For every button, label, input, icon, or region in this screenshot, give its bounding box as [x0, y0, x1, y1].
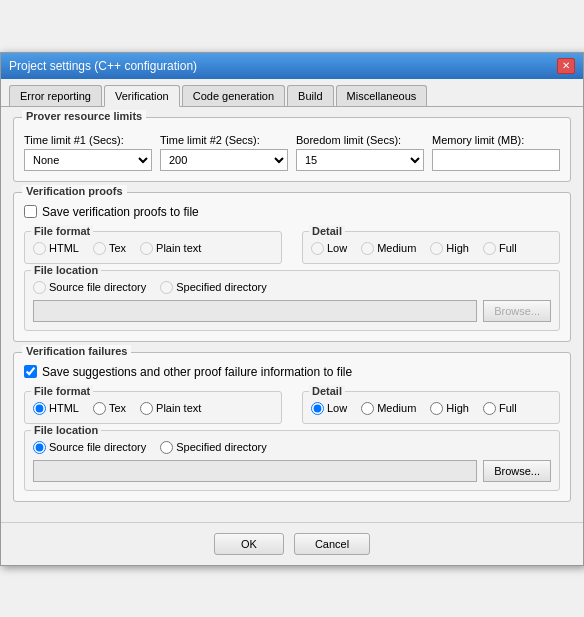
proofs-format-plain-radio[interactable]: [140, 242, 153, 255]
tab-code-generation[interactable]: Code generation: [182, 85, 285, 106]
time-limit1-select[interactable]: None 10 30 60: [24, 149, 152, 171]
verification-proofs-title: Verification proofs: [22, 185, 127, 197]
proofs-detail-full-radio[interactable]: [483, 242, 496, 255]
proofs-location-specified-radio[interactable]: [160, 281, 173, 294]
failures-format-html: HTML: [33, 402, 79, 415]
failures-browse-button[interactable]: Browse...: [483, 460, 551, 482]
proofs-file-location-section: File location Source file directory Spec…: [24, 270, 560, 331]
proofs-path-input[interactable]: C:\Projects\Proof: [33, 300, 477, 322]
failures-detail-section: Detail Low Medium High: [302, 391, 560, 424]
proofs-location-source-radio[interactable]: [33, 281, 46, 294]
failures-detail-full: Full: [483, 402, 517, 415]
boredom-limit-label: Boredom limit (Secs):: [296, 134, 424, 146]
time-limit2-field: Time limit #2 (Secs): 200 100 300: [160, 134, 288, 171]
proofs-checkbox[interactable]: [24, 205, 37, 218]
tab-verification[interactable]: Verification: [104, 85, 180, 107]
memory-limit-field: Memory limit (MB): 700: [432, 134, 560, 171]
proofs-file-format-section: File format HTML Tex Plain text: [24, 231, 282, 264]
failures-detail-label: Detail: [309, 385, 345, 397]
prover-resource-limits-section: Prover resource limits Time limit #1 (Se…: [13, 117, 571, 182]
proofs-path-row: C:\Projects\Proof Browse...: [33, 300, 551, 322]
failures-format-plain-radio[interactable]: [140, 402, 153, 415]
failures-location-row: Source file directory Specified director…: [33, 441, 551, 454]
proofs-detail-low: Low: [311, 242, 347, 255]
tab-miscellaneous[interactable]: Miscellaneous: [336, 85, 428, 106]
proofs-format-detail-row: File format HTML Tex Plain text: [24, 225, 560, 264]
memory-limit-input[interactable]: 700: [432, 149, 560, 171]
failures-format-detail-row: File format HTML Tex Plain text: [24, 385, 560, 424]
failures-checkbox-label: Save suggestions and other proof failure…: [42, 365, 352, 379]
time-limit2-select[interactable]: 200 100 300: [160, 149, 288, 171]
proofs-detail-medium-radio[interactable]: [361, 242, 374, 255]
proofs-detail-high: High: [430, 242, 469, 255]
failures-format-tex: Tex: [93, 402, 126, 415]
proofs-detail-high-radio[interactable]: [430, 242, 443, 255]
verification-failures-section: Verification failures Save suggestions a…: [13, 352, 571, 502]
failures-format-plain: Plain text: [140, 402, 201, 415]
failures-file-format-section: File format HTML Tex Plain text: [24, 391, 282, 424]
close-button[interactable]: ✕: [557, 58, 575, 74]
failures-detail-low-radio[interactable]: [311, 402, 324, 415]
proofs-checkbox-row: Save verification proofs to file: [24, 205, 560, 219]
prover-grid: Time limit #1 (Secs): None 10 30 60 Time…: [24, 134, 560, 171]
verification-failures-title: Verification failures: [22, 345, 131, 357]
proofs-detail-label: Detail: [309, 225, 345, 237]
proofs-detail-low-radio[interactable]: [311, 242, 324, 255]
proofs-format-row: HTML Tex Plain text: [33, 242, 273, 255]
cancel-button[interactable]: Cancel: [294, 533, 370, 555]
failures-location-specified-radio[interactable]: [160, 441, 173, 454]
failures-location-source-radio[interactable]: [33, 441, 46, 454]
time-limit1-label: Time limit #1 (Secs):: [24, 134, 152, 146]
proofs-location-source: Source file directory: [33, 281, 146, 294]
ok-button[interactable]: OK: [214, 533, 284, 555]
proofs-checkbox-label: Save verification proofs to file: [42, 205, 199, 219]
failures-checkbox-row: Save suggestions and other proof failure…: [24, 365, 560, 379]
prover-section-title: Prover resource limits: [22, 110, 146, 122]
failures-detail-medium: Medium: [361, 402, 416, 415]
failures-checkbox[interactable]: [24, 365, 37, 378]
proofs-format-html: HTML: [33, 242, 79, 255]
window-title: Project settings (C++ configuration): [9, 59, 197, 73]
failures-detail-high: High: [430, 402, 469, 415]
failures-detail-low: Low: [311, 402, 347, 415]
proofs-file-location-label: File location: [31, 264, 101, 276]
failures-path-input[interactable]: C:\Projects\Unproven: [33, 460, 477, 482]
title-bar: Project settings (C++ configuration) ✕: [1, 53, 583, 79]
tab-build[interactable]: Build: [287, 85, 333, 106]
proofs-file-format-label: File format: [31, 225, 93, 237]
failures-location-source: Source file directory: [33, 441, 146, 454]
proofs-detail-row: Low Medium High Full: [311, 242, 551, 255]
boredom-limit-field: Boredom limit (Secs): 15 10 30: [296, 134, 424, 171]
failures-path-row: C:\Projects\Unproven Browse...: [33, 460, 551, 482]
boredom-limit-select[interactable]: 15 10 30: [296, 149, 424, 171]
failures-detail-full-radio[interactable]: [483, 402, 496, 415]
failures-format-row: HTML Tex Plain text: [33, 402, 273, 415]
failures-detail-high-radio[interactable]: [430, 402, 443, 415]
proofs-format-html-radio[interactable]: [33, 242, 46, 255]
failures-file-location-label: File location: [31, 424, 101, 436]
failures-format-tex-radio[interactable]: [93, 402, 106, 415]
tabs-bar: Error reporting Verification Code genera…: [1, 79, 583, 107]
memory-limit-label: Memory limit (MB):: [432, 134, 560, 146]
proofs-location-row: Source file directory Specified director…: [33, 281, 551, 294]
time-limit1-field: Time limit #1 (Secs): None 10 30 60: [24, 134, 152, 171]
proofs-format-tex: Tex: [93, 242, 126, 255]
proofs-format-tex-radio[interactable]: [93, 242, 106, 255]
verification-proofs-section: Verification proofs Save verification pr…: [13, 192, 571, 342]
proofs-detail-section: Detail Low Medium High: [302, 231, 560, 264]
failures-detail-row: Low Medium High Full: [311, 402, 551, 415]
proofs-detail-full: Full: [483, 242, 517, 255]
failures-location-specified: Specified directory: [160, 441, 267, 454]
failures-file-location-section: File location Source file directory Spec…: [24, 430, 560, 491]
proofs-browse-button[interactable]: Browse...: [483, 300, 551, 322]
failures-format-html-radio[interactable]: [33, 402, 46, 415]
failures-file-format-label: File format: [31, 385, 93, 397]
failures-detail-medium-radio[interactable]: [361, 402, 374, 415]
tab-content: Prover resource limits Time limit #1 (Se…: [1, 107, 583, 522]
time-limit2-label: Time limit #2 (Secs):: [160, 134, 288, 146]
proofs-location-specified: Specified directory: [160, 281, 267, 294]
bottom-bar: OK Cancel: [1, 522, 583, 565]
main-window: Project settings (C++ configuration) ✕ E…: [0, 52, 584, 566]
proofs-format-plain: Plain text: [140, 242, 201, 255]
tab-error-reporting[interactable]: Error reporting: [9, 85, 102, 106]
